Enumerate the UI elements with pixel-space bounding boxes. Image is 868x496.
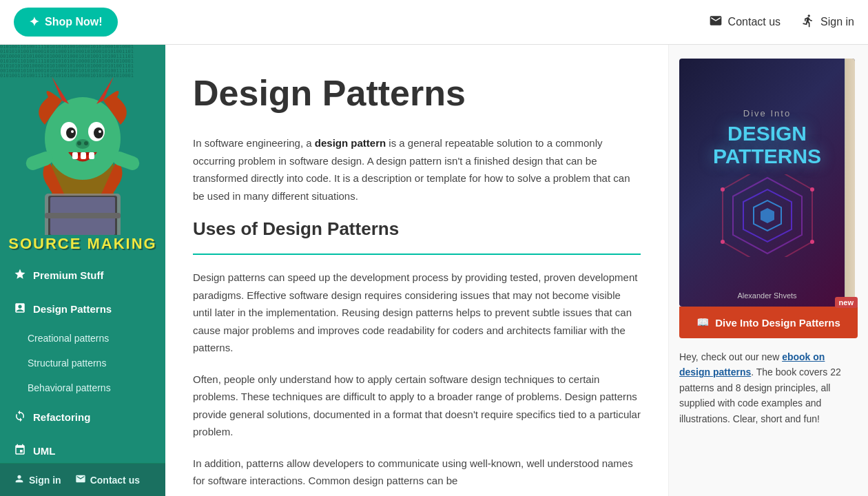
book-author: Alexander Shvets <box>737 291 796 300</box>
sidebar-creational-label: Creational patterns <box>28 333 109 344</box>
page-title: Design Patterns <box>193 72 641 114</box>
sidebar-item-premium[interactable]: Premium Stuff <box>0 258 165 292</box>
sidebar-nav: Premium Stuff Design Patterns Creational… <box>0 258 165 463</box>
book-main-title: DESIGN PATTERNS <box>679 122 855 167</box>
svg-point-1 <box>45 97 121 180</box>
sidebar-behavioral-label: Behavioral patterns <box>28 382 111 393</box>
content-area: Design Patterns In software engineering,… <box>165 45 868 496</box>
sidebar-uml-label: UML <box>33 445 56 457</box>
sidebar-structural-label: Structural patterns <box>28 358 106 369</box>
book-icon: 📖 <box>696 316 710 329</box>
contact-us-label: Contact us <box>728 16 781 28</box>
book-subtitle: Dive Into <box>743 108 791 118</box>
monster-illustration <box>10 70 155 235</box>
mail-icon <box>709 14 723 30</box>
sidebar: 0101001101001111010101010010000101010001… <box>0 45 165 496</box>
sparkle-icon: ✦ <box>29 14 39 30</box>
sidebar-item-creational[interactable]: Creational patterns <box>0 326 165 351</box>
sidebar-sign-in-label: Sign in <box>29 475 61 486</box>
intro-text-pre: In software engineering, a <box>193 137 315 149</box>
svg-marker-27 <box>761 208 774 223</box>
dive-into-button[interactable]: new 📖 Dive Into Design Patterns <box>679 307 858 338</box>
sidebar-item-structural[interactable]: Structural patterns <box>0 351 165 375</box>
svg-rect-15 <box>89 152 94 159</box>
sidebar-premium-label: Premium Stuff <box>33 269 104 281</box>
sidebar-item-behavioral[interactable]: Behavioral patterns <box>0 375 165 400</box>
svg-rect-13 <box>72 152 78 159</box>
sidebar-item-uml[interactable]: UML <box>0 434 165 463</box>
paragraph-4: In addition, patterns allow developers t… <box>193 455 641 490</box>
svg-point-7 <box>99 130 101 133</box>
svg-rect-21 <box>45 213 121 218</box>
section-divider <box>193 254 641 255</box>
grid-icon <box>14 302 26 316</box>
svg-point-30 <box>810 240 814 244</box>
nav-right-links: Contact us Sign in <box>709 14 854 30</box>
sidebar-item-design-patterns[interactable]: Design Patterns <box>0 292 165 326</box>
sign-in-link[interactable]: Sign in <box>801 14 854 30</box>
book-panel: Dive Into DESIGN PATTERNS <box>668 45 868 496</box>
section-title: Uses of Design Patterns <box>193 218 641 240</box>
refactoring-icon <box>14 410 26 424</box>
intro-bold: design pattern <box>315 137 386 149</box>
mail-small-icon <box>75 473 86 486</box>
sign-in-label: Sign in <box>820 16 854 28</box>
person-icon <box>14 473 25 486</box>
uml-icon <box>14 444 26 458</box>
sidebar-design-patterns-label: Design Patterns <box>33 303 112 315</box>
sidebar-sign-in-link[interactable]: Sign in <box>14 473 61 486</box>
intro-paragraph: In software engineering, a design patter… <box>193 134 641 205</box>
book-description: Hey, check out our new ebook on design p… <box>679 349 858 426</box>
svg-point-6 <box>71 130 74 133</box>
sidebar-item-refactoring[interactable]: Refactoring <box>0 400 165 434</box>
desc-pre-text: Hey, check out our new <box>679 351 782 362</box>
sidebar-logo: 0101001101001111010101010010000101010001… <box>0 45 165 258</box>
svg-point-4 <box>66 127 76 138</box>
sidebar-contact-us-link[interactable]: Contact us <box>75 473 140 486</box>
star-icon <box>14 268 26 282</box>
shop-now-button[interactable]: ✦ Shop Now! <box>14 8 118 37</box>
new-badge: new <box>835 297 858 308</box>
svg-rect-14 <box>81 152 86 159</box>
svg-point-32 <box>721 240 725 244</box>
book-spine <box>845 59 855 307</box>
svg-point-11 <box>77 141 81 145</box>
paragraph-3: Often, people only understand how to app… <box>193 371 641 441</box>
top-navigation: ✦ Shop Now! Contact us Sign in <box>0 0 868 45</box>
svg-point-12 <box>84 141 88 145</box>
shop-now-label: Shop Now! <box>45 16 103 28</box>
main-content: Design Patterns In software engineering,… <box>165 45 668 496</box>
paragraph-2: Design patterns can speed up the develop… <box>193 269 641 357</box>
sidebar-contact-us-label: Contact us <box>90 475 140 486</box>
run-icon <box>801 14 815 30</box>
contact-us-link[interactable]: Contact us <box>709 14 781 30</box>
main-layout: 0101001101001111010101010010000101010001… <box>0 45 868 496</box>
hex-visualization <box>719 174 816 257</box>
sidebar-footer: Sign in Contact us <box>0 463 165 496</box>
sidebar-refactoring-label: Refactoring <box>33 411 90 423</box>
cta-label: Dive Into Design Patterns <box>715 317 840 329</box>
svg-point-29 <box>810 187 814 192</box>
brand-name: SOURCE MAKING <box>8 235 156 258</box>
svg-point-5 <box>94 127 103 138</box>
book-cover: Dive Into DESIGN PATTERNS <box>679 59 855 307</box>
svg-point-33 <box>721 187 725 192</box>
